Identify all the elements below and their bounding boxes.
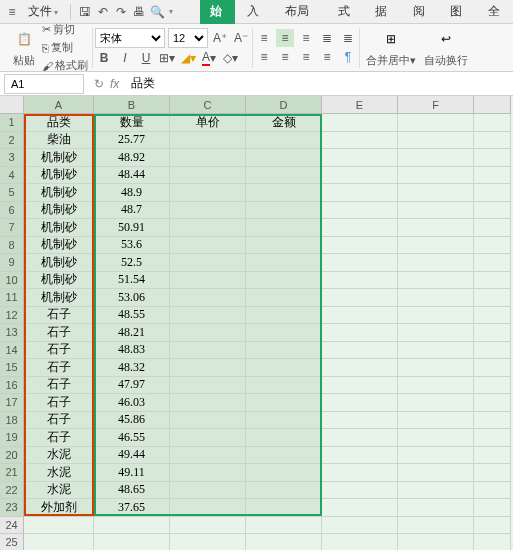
tab-security[interactable]: 安全 bbox=[478, 0, 513, 24]
col-header-D[interactable]: D bbox=[246, 96, 322, 114]
indent-decrease-icon[interactable]: ≣ bbox=[318, 29, 336, 47]
cell-D23[interactable] bbox=[246, 499, 322, 517]
cell-15[interactable] bbox=[474, 359, 511, 377]
cell-10[interactable] bbox=[474, 272, 511, 290]
cell-F12[interactable] bbox=[398, 307, 474, 325]
cell-A16[interactable]: 石子 bbox=[24, 377, 94, 395]
row-header-17[interactable]: 17 bbox=[0, 394, 24, 412]
row-header-23[interactable]: 23 bbox=[0, 499, 24, 517]
cell-D6[interactable] bbox=[246, 202, 322, 220]
cell-24[interactable] bbox=[474, 517, 511, 535]
cell-C2[interactable] bbox=[170, 132, 246, 150]
cell-D9[interactable] bbox=[246, 254, 322, 272]
row-header-8[interactable]: 8 bbox=[0, 237, 24, 255]
row-header-15[interactable]: 15 bbox=[0, 359, 24, 377]
cell-B7[interactable]: 50.91 bbox=[94, 219, 170, 237]
cell-D4[interactable] bbox=[246, 167, 322, 185]
cell-D3[interactable] bbox=[246, 149, 322, 167]
merge-group[interactable]: ⊞ 合并居中▾ bbox=[362, 26, 420, 69]
indent-increase-icon[interactable]: ≣ bbox=[339, 29, 357, 47]
cell-D5[interactable] bbox=[246, 184, 322, 202]
cancel-icon[interactable]: ↻ bbox=[94, 77, 104, 91]
tab-layout[interactable]: 页面布局 bbox=[275, 0, 326, 24]
cell-D20[interactable] bbox=[246, 447, 322, 465]
align-middle-icon[interactable]: ≡ bbox=[276, 29, 294, 47]
align-bottom-icon[interactable]: ≡ bbox=[297, 29, 315, 47]
cell-E9[interactable] bbox=[322, 254, 398, 272]
tab-start[interactable]: 开始 bbox=[200, 0, 235, 24]
cell-C23[interactable] bbox=[170, 499, 246, 517]
cell-19[interactable] bbox=[474, 429, 511, 447]
cell-D17[interactable] bbox=[246, 394, 322, 412]
cell-8[interactable] bbox=[474, 237, 511, 255]
cell-C25[interactable] bbox=[170, 534, 246, 550]
cell-B1[interactable]: 数量 bbox=[94, 114, 170, 132]
row-header-11[interactable]: 11 bbox=[0, 289, 24, 307]
cell-A4[interactable]: 机制砂 bbox=[24, 167, 94, 185]
cell-B3[interactable]: 48.92 bbox=[94, 149, 170, 167]
cell-D19[interactable] bbox=[246, 429, 322, 447]
cell-E22[interactable] bbox=[322, 482, 398, 500]
cell-C11[interactable] bbox=[170, 289, 246, 307]
cell-E8[interactable] bbox=[322, 237, 398, 255]
col-header-B[interactable]: B bbox=[94, 96, 170, 114]
cell-13[interactable] bbox=[474, 324, 511, 342]
cell-E17[interactable] bbox=[322, 394, 398, 412]
cell-B15[interactable]: 48.32 bbox=[94, 359, 170, 377]
cell-5[interactable] bbox=[474, 184, 511, 202]
cell-E14[interactable] bbox=[322, 342, 398, 360]
cell-C22[interactable] bbox=[170, 482, 246, 500]
font-name-select[interactable]: 宋体 bbox=[95, 28, 165, 48]
italic-button[interactable]: I bbox=[116, 49, 134, 67]
fill-color-button[interactable]: ◢▾ bbox=[179, 49, 197, 67]
cell-A25[interactable] bbox=[24, 534, 94, 550]
cell-A12[interactable]: 石子 bbox=[24, 307, 94, 325]
cell-F23[interactable] bbox=[398, 499, 474, 517]
cell-B19[interactable]: 46.55 bbox=[94, 429, 170, 447]
col-header-E[interactable]: E bbox=[322, 96, 398, 114]
orientation-icon[interactable]: ≡ bbox=[318, 48, 336, 66]
cell-C8[interactable] bbox=[170, 237, 246, 255]
cell-A17[interactable]: 石子 bbox=[24, 394, 94, 412]
cell-F3[interactable] bbox=[398, 149, 474, 167]
cell-F9[interactable] bbox=[398, 254, 474, 272]
cell-A3[interactable]: 机制砂 bbox=[24, 149, 94, 167]
cell-E10[interactable] bbox=[322, 272, 398, 290]
cell-18[interactable] bbox=[474, 412, 511, 430]
cell-A13[interactable]: 石子 bbox=[24, 324, 94, 342]
col-header-C[interactable]: C bbox=[170, 96, 246, 114]
cell-B21[interactable]: 49.11 bbox=[94, 464, 170, 482]
cell-F5[interactable] bbox=[398, 184, 474, 202]
tab-formula[interactable]: 公式 bbox=[328, 0, 363, 24]
cell-F14[interactable] bbox=[398, 342, 474, 360]
wrap-group[interactable]: ↩ 自动换行 bbox=[420, 26, 472, 69]
cell-E3[interactable] bbox=[322, 149, 398, 167]
cell-C18[interactable] bbox=[170, 412, 246, 430]
cell-12[interactable] bbox=[474, 307, 511, 325]
row-header-22[interactable]: 22 bbox=[0, 482, 24, 500]
cell-A5[interactable]: 机制砂 bbox=[24, 184, 94, 202]
cell-20[interactable] bbox=[474, 447, 511, 465]
cell-B9[interactable]: 52.5 bbox=[94, 254, 170, 272]
cell-E5[interactable] bbox=[322, 184, 398, 202]
cell-A18[interactable]: 石子 bbox=[24, 412, 94, 430]
cell-B24[interactable] bbox=[94, 517, 170, 535]
row-header-6[interactable]: 6 bbox=[0, 202, 24, 220]
cell-A24[interactable] bbox=[24, 517, 94, 535]
cell-22[interactable] bbox=[474, 482, 511, 500]
cell-B6[interactable]: 48.7 bbox=[94, 202, 170, 220]
cell-C4[interactable] bbox=[170, 167, 246, 185]
cell-A7[interactable]: 机制砂 bbox=[24, 219, 94, 237]
cell-A6[interactable]: 机制砂 bbox=[24, 202, 94, 220]
copy-button[interactable]: ⎘复制 bbox=[40, 39, 90, 56]
cell-B10[interactable]: 51.54 bbox=[94, 272, 170, 290]
cell-B12[interactable]: 48.55 bbox=[94, 307, 170, 325]
cell-D11[interactable] bbox=[246, 289, 322, 307]
cell-F15[interactable] bbox=[398, 359, 474, 377]
cell-F16[interactable] bbox=[398, 377, 474, 395]
cell-B17[interactable]: 46.03 bbox=[94, 394, 170, 412]
col-header-last[interactable] bbox=[474, 96, 511, 114]
cell-E20[interactable] bbox=[322, 447, 398, 465]
cell-B23[interactable]: 37.65 bbox=[94, 499, 170, 517]
tab-view[interactable]: 视图 bbox=[440, 0, 475, 24]
